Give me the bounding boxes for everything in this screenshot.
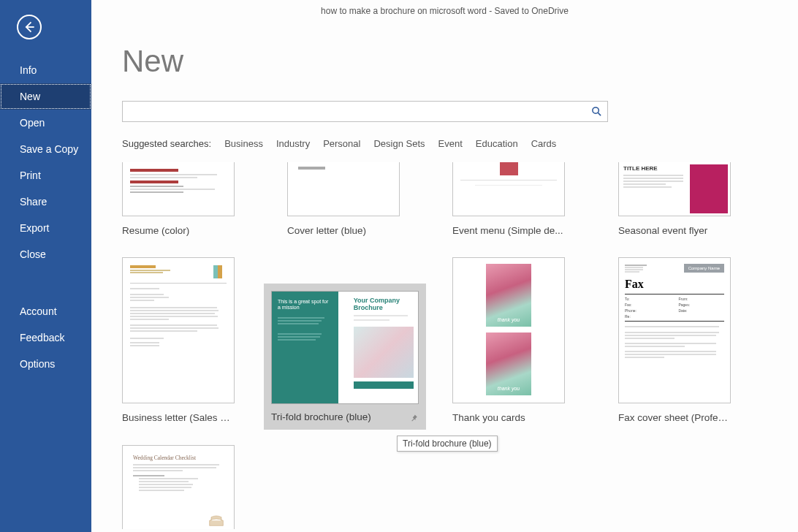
svg-line-1 <box>598 113 601 115</box>
suggested-event[interactable]: Event <box>438 138 463 149</box>
nav-close[interactable]: Close <box>0 241 91 267</box>
template-thumb: TITLE HERE <box>618 162 731 216</box>
template-grid: Resume (color) Cover letter (blue) Event… <box>122 162 798 532</box>
template-thumb: Company Name Fax To:From: Fax:Pages: Pho… <box>618 257 731 403</box>
pin-icon[interactable] <box>410 414 419 422</box>
suggested-design-sets[interactable]: Design Sets <box>373 138 425 149</box>
template-caption: Thank you cards <box>452 412 565 423</box>
svg-point-0 <box>592 107 598 113</box>
template-caption: Cover letter (blue) <box>287 225 400 236</box>
nav-export[interactable]: Export <box>0 215 91 241</box>
suggested-searches: Suggested searches: Business Industry Pe… <box>122 138 798 149</box>
nav-open[interactable]: Open <box>0 110 91 136</box>
nav-share[interactable]: Share <box>0 189 91 215</box>
window-title: how to make a brochure on microsoft word… <box>91 6 798 16</box>
search-input[interactable] <box>123 106 585 118</box>
template-caption: Fax cover sheet (Profess... <box>618 412 731 423</box>
template-thumb: thank you thank you <box>452 257 565 403</box>
back-button[interactable] <box>17 15 42 39</box>
template-resume-color[interactable]: Resume (color) <box>122 162 235 236</box>
template-seasonal-flyer[interactable]: TITLE HERE Seasonal event flyer <box>618 162 731 236</box>
tooltip: Tri-fold brochure (blue) <box>397 436 498 452</box>
nav-new[interactable]: New <box>0 83 91 110</box>
suggested-business[interactable]: Business <box>224 138 263 149</box>
template-search[interactable] <box>122 101 608 122</box>
template-caption: Business letter (Sales St... <box>122 412 235 423</box>
template-thumb: Wedding Calendar Checklist <box>122 445 235 529</box>
template-caption: Resume (color) <box>122 225 235 236</box>
template-caption: Seasonal event flyer <box>618 225 731 236</box>
template-fax-cover[interactable]: Company Name Fax To:From: Fax:Pages: Pho… <box>618 257 731 423</box>
template-wedding-checklist[interactable]: Wedding Calendar Checklist <box>122 445 235 529</box>
suggested-cards[interactable]: Cards <box>531 138 557 149</box>
template-caption: Event menu (Simple de... <box>452 225 565 236</box>
nav-print[interactable]: Print <box>0 162 91 189</box>
suggested-label: Suggested searches: <box>122 138 211 149</box>
backstage-sidebar: Info New Open Save a Copy Print Share Ex… <box>0 0 91 532</box>
suggested-industry[interactable]: Industry <box>276 138 310 149</box>
template-thank-you-cards[interactable]: thank you thank you Thank you cards <box>452 257 565 423</box>
nav-account[interactable]: Account <box>0 298 91 324</box>
template-business-letter[interactable]: Business letter (Sales St... <box>122 257 235 423</box>
template-thumb: This is a great spot for a mission <box>271 291 419 404</box>
cake-icon <box>206 509 227 529</box>
suggested-education[interactable]: Education <box>476 138 518 149</box>
nav-options[interactable]: Options <box>0 351 91 377</box>
search-icon[interactable] <box>585 106 607 117</box>
template-caption: Tri-fold brochure (blue) <box>271 411 419 422</box>
back-arrow-icon <box>22 20 37 34</box>
nav-feedback[interactable]: Feedback <box>0 324 91 351</box>
nav-info[interactable]: Info <box>0 57 91 83</box>
main-area: how to make a brochure on microsoft word… <box>91 0 798 532</box>
nav-save-copy[interactable]: Save a Copy <box>0 136 91 162</box>
template-thumb <box>452 162 565 216</box>
template-thumb <box>122 162 235 216</box>
template-thumb <box>287 162 400 216</box>
template-thumb <box>122 257 235 403</box>
template-cover-letter-blue[interactable]: Cover letter (blue) <box>287 162 400 236</box>
template-event-menu[interactable]: Event menu (Simple de... <box>452 162 565 236</box>
suggested-personal[interactable]: Personal <box>323 138 360 149</box>
page-heading: New <box>122 44 798 79</box>
template-trifold-brochure[interactable]: This is a great spot for a mission <box>264 284 426 430</box>
